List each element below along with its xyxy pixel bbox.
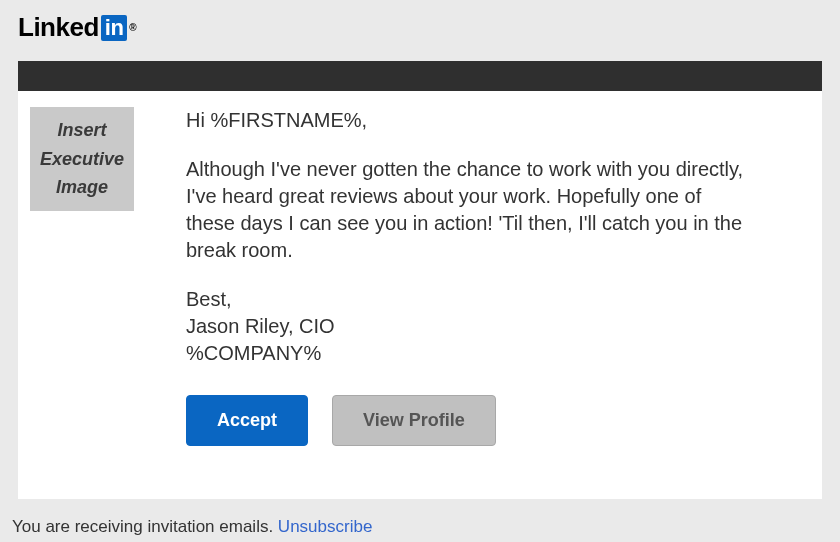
- view-profile-button[interactable]: View Profile: [332, 395, 496, 446]
- dark-header-bar: [18, 61, 822, 91]
- sender-company: %COMPANY%: [186, 342, 321, 364]
- signoff: Best,: [186, 288, 232, 310]
- message-content: Hi %FIRSTNAME%, Although I've never gott…: [134, 107, 754, 446]
- sender-avatar-placeholder: Insert Executive Image: [30, 107, 134, 211]
- unsubscribe-link[interactable]: Unsubscribe: [278, 517, 373, 536]
- body-text: Although I've never gotten the chance to…: [186, 156, 754, 264]
- invitation-card: Insert Executive Image Hi %FIRSTNAME%, A…: [18, 91, 822, 499]
- logo-text-in: in: [101, 15, 128, 41]
- footer: You are receiving invitation emails. Uns…: [0, 499, 840, 537]
- logo-text-linked: Linked: [18, 12, 99, 43]
- signature: Best, Jason Riley, CIO %COMPANY%: [186, 286, 754, 367]
- header: Linkedin®: [0, 0, 840, 61]
- avatar-line3: Image: [56, 173, 108, 202]
- greeting-text: Hi %FIRSTNAME%,: [186, 107, 754, 134]
- avatar-line1: Insert: [57, 116, 106, 145]
- action-buttons: Accept View Profile: [186, 395, 754, 446]
- linkedin-logo: Linkedin®: [18, 12, 136, 43]
- sender-name: Jason Riley, CIO: [186, 315, 335, 337]
- avatar-line2: Executive: [40, 145, 124, 174]
- logo-registered: ®: [129, 22, 136, 33]
- footer-text: You are receiving invitation emails.: [12, 517, 278, 536]
- accept-button[interactable]: Accept: [186, 395, 308, 446]
